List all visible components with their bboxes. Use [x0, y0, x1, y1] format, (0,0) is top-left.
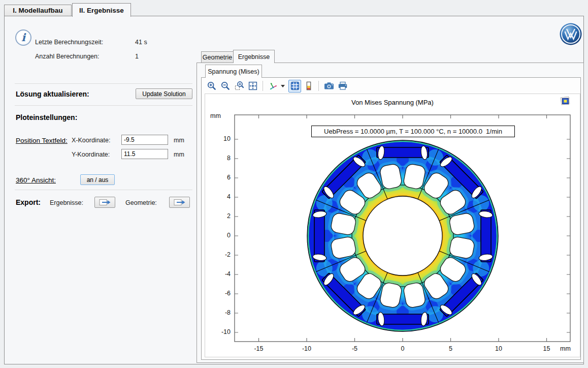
y-tick-label: -8	[213, 309, 231, 316]
view360-toggle-button[interactable]: an / aus	[80, 174, 115, 185]
calc-count-value: 1	[135, 53, 139, 60]
export-geometry-label: Geometrie:	[125, 199, 157, 206]
x-coordinate-label: X-Koordinate:	[72, 137, 110, 144]
view360-label: 360° Ansicht:	[16, 176, 56, 184]
export-arrow-icon	[99, 199, 111, 206]
main-page: i Letzte Berechnungszeit: 41 s Anzahl Be…	[4, 16, 584, 364]
y-tick-label: -4	[213, 270, 231, 278]
update-section-label: Lösung aktualisieren:	[16, 90, 89, 98]
y-coordinate-input[interactable]	[121, 149, 168, 159]
tab-modellaufbau[interactable]: I. Modellaufbau	[4, 5, 72, 16]
export-arrow-icon	[174, 199, 186, 206]
x-tick-label: -5	[346, 345, 364, 352]
y-tick-label: 10	[213, 135, 231, 142]
x-axis-unit: mm	[560, 345, 571, 352]
y-tick-label: 8	[213, 155, 231, 162]
plot-tab-spannung-mises[interactable]: Spannung (Mises)	[205, 65, 262, 78]
last-calc-time-label: Letzte Berechnungszeit:	[35, 39, 103, 46]
chevron-down-icon[interactable]	[281, 85, 285, 87]
plot-annotation: UebPress = 10.0000 µm, T = 100.000 °C, n…	[311, 126, 515, 137]
x-tick-label: 15	[538, 345, 556, 352]
y-tick-label: 2	[213, 212, 231, 220]
position-textfield-label: Position Textfeld:	[16, 137, 68, 144]
y-tick-label: 0	[213, 232, 231, 239]
y-tick-label: 6	[213, 174, 231, 181]
export-results-label: Ergebnisse:	[50, 199, 83, 206]
toolbar-separator	[318, 81, 319, 91]
last-calc-time-value: 41 s	[135, 39, 147, 46]
go-to-view-icon[interactable]	[267, 80, 279, 93]
export-label: Export:	[16, 198, 41, 206]
viewer-tab-geometrie[interactable]: Geometrie	[201, 51, 234, 63]
print-icon[interactable]	[336, 80, 349, 93]
viewer-tab-ergebnisse[interactable]: Ergebnisse	[233, 50, 275, 63]
plot-page: Von Mises Spannung (MPa) UebPress = 10.0…	[201, 77, 581, 360]
plot-toolbar	[205, 79, 349, 93]
divider	[15, 83, 192, 84]
zoom-extents-icon[interactable]	[246, 80, 259, 93]
update-solution-button[interactable]: Update Solution	[136, 88, 192, 99]
color-legend-icon[interactable]	[302, 80, 315, 93]
y-tick-label: -2	[213, 251, 231, 258]
vw-logo	[559, 22, 582, 46]
zoom-in-icon[interactable]	[205, 80, 218, 93]
y-coordinate-label: Y-Koordinate:	[72, 151, 110, 158]
rotor-cross-section	[307, 140, 498, 331]
x-coordinate-unit: mm	[174, 137, 184, 144]
y-tick-label: -10	[213, 328, 231, 335]
grid-icon[interactable]	[288, 80, 301, 93]
graphics-area[interactable]: Von Mises Spannung (MPa) UebPress = 10.0…	[205, 94, 580, 357]
info-icon: i	[15, 29, 31, 46]
y-axis-unit: mm	[210, 112, 221, 119]
x-tick-label: 5	[442, 345, 460, 352]
viewer-page: Spannung (Mises)	[197, 63, 584, 363]
export-results-button[interactable]	[94, 197, 115, 208]
x-tick-label: -10	[298, 345, 315, 352]
x-tick-label: 0	[394, 345, 411, 352]
tab-ergebnisse[interactable]: II. Ergebnisse	[72, 3, 131, 17]
zoom-out-icon[interactable]	[219, 80, 232, 93]
plot-settings-label: Ploteinstellungen:	[16, 113, 77, 121]
zoom-box-icon[interactable]	[233, 80, 245, 93]
y-tick-label: 4	[213, 193, 231, 200]
x-coordinate-input[interactable]	[121, 135, 168, 145]
toolbar-separator	[263, 81, 263, 91]
snapshot-icon[interactable]	[322, 80, 335, 93]
y-tick-label: -6	[213, 290, 231, 297]
divider	[15, 105, 192, 106]
y-coordinate-unit: mm	[174, 151, 184, 158]
calc-count-label: Anzahl Berechnungen:	[35, 53, 99, 60]
export-geometry-button[interactable]	[169, 197, 190, 208]
divider	[15, 190, 192, 190]
x-tick-label: -15	[250, 345, 268, 352]
x-tick-label: 10	[490, 345, 507, 352]
